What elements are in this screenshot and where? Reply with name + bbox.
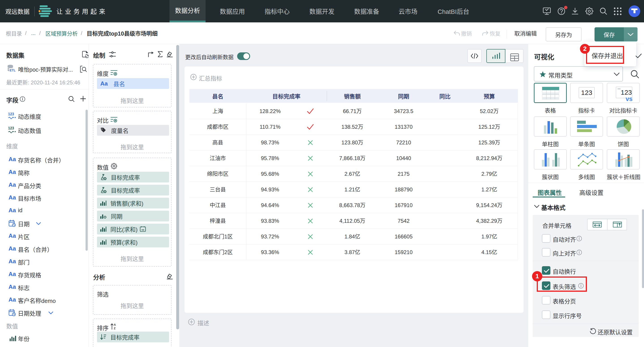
svg-text:123: 123 <box>8 126 14 130</box>
svg-text:vs: vs <box>142 228 144 231</box>
svg-text:ETL: ETL <box>10 68 16 72</box>
svg-text:A: A <box>114 323 116 326</box>
svg-text:123: 123 <box>8 112 14 116</box>
svg-text:Z: Z <box>114 327 116 330</box>
